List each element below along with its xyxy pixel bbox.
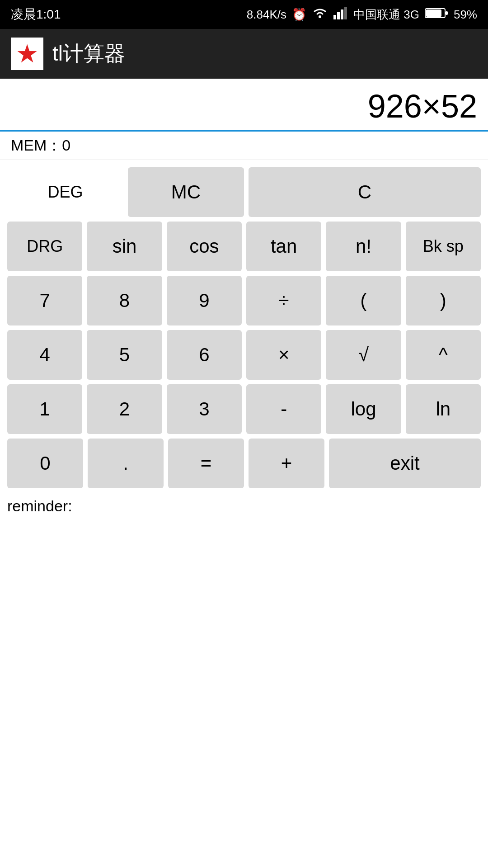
equals-button[interactable]: = xyxy=(168,439,244,488)
app-title: tl计算器 xyxy=(52,40,125,68)
alarm-icon: ⏰ xyxy=(292,8,306,22)
add-button[interactable]: + xyxy=(249,439,324,488)
star-icon: ★ xyxy=(16,41,38,66)
button-7[interactable]: 7 xyxy=(7,276,82,326)
divide-button[interactable]: ÷ xyxy=(246,276,321,326)
calculator-body: DEG MC C DRG sin cos tan n! Bk sp 7 8 9 … xyxy=(0,160,488,488)
right-paren-button[interactable]: ) xyxy=(406,276,481,326)
status-time: 凌晨1:01 xyxy=(11,6,61,23)
button-row-6: 0 . = + exit xyxy=(7,439,481,488)
subtract-button[interactable]: - xyxy=(246,384,321,434)
sqrt-button[interactable]: √ xyxy=(326,330,401,380)
svg-rect-3 xyxy=(341,9,343,19)
button-9[interactable]: 9 xyxy=(167,276,242,326)
button-6[interactable]: 6 xyxy=(167,330,242,380)
status-carrier: 中国联通 3G xyxy=(353,7,419,23)
decimal-button[interactable]: . xyxy=(88,439,164,488)
signal-icon xyxy=(333,7,348,23)
button-2[interactable]: 2 xyxy=(87,384,162,434)
svg-rect-7 xyxy=(446,11,448,15)
svg-rect-1 xyxy=(333,15,336,19)
deg-button[interactable]: DEG xyxy=(7,167,123,217)
button-5[interactable]: 5 xyxy=(87,330,162,380)
exit-button[interactable]: exit xyxy=(329,439,481,488)
display-area: 926×52 xyxy=(0,79,488,132)
button-4[interactable]: 4 xyxy=(7,330,82,380)
cos-button[interactable]: cos xyxy=(167,222,242,271)
reminder-label: reminder: xyxy=(7,497,72,514)
log-button[interactable]: log xyxy=(326,384,401,434)
svg-rect-6 xyxy=(426,9,441,17)
button-3[interactable]: 3 xyxy=(167,384,242,434)
memory-label: MEM：0 xyxy=(11,137,70,154)
button-row-3: 7 8 9 ÷ ( ) xyxy=(7,276,481,326)
battery-icon xyxy=(425,7,448,23)
backspace-button[interactable]: Bk sp xyxy=(406,222,481,271)
status-battery: 59% xyxy=(454,8,477,22)
svg-rect-4 xyxy=(344,7,347,19)
ln-button[interactable]: ln xyxy=(406,384,481,434)
drg-button[interactable]: DRG xyxy=(7,222,82,271)
svg-point-0 xyxy=(319,15,321,18)
svg-rect-2 xyxy=(337,12,340,19)
app-bar: ★ tl计算器 xyxy=(0,29,488,79)
button-row-5: 1 2 3 - log ln xyxy=(7,384,481,434)
wifi-icon xyxy=(312,7,328,23)
status-bar: 凌晨1:01 8.84K/s ⏰ 中国联通 3G xyxy=(0,0,488,29)
status-network: 8.84K/s xyxy=(247,8,286,22)
button-0[interactable]: 0 xyxy=(7,439,83,488)
mc-button[interactable]: MC xyxy=(128,167,244,217)
factorial-button[interactable]: n! xyxy=(326,222,401,271)
button-8[interactable]: 8 xyxy=(87,276,162,326)
main-display: 926×52 xyxy=(11,84,477,128)
multiply-button[interactable]: × xyxy=(246,330,321,380)
button-1[interactable]: 1 xyxy=(7,384,82,434)
button-row-1: DEG MC C xyxy=(7,167,481,217)
memory-row: MEM：0 xyxy=(0,132,488,160)
button-row-2: DRG sin cos tan n! Bk sp xyxy=(7,222,481,271)
tan-button[interactable]: tan xyxy=(246,222,321,271)
app-icon-container: ★ xyxy=(11,38,43,70)
sin-button[interactable]: sin xyxy=(87,222,162,271)
power-button[interactable]: ^ xyxy=(406,330,481,380)
c-button[interactable]: C xyxy=(249,167,481,217)
left-paren-button[interactable]: ( xyxy=(326,276,401,326)
button-row-4: 4 5 6 × √ ^ xyxy=(7,330,481,380)
reminder-section: reminder: xyxy=(0,488,488,524)
